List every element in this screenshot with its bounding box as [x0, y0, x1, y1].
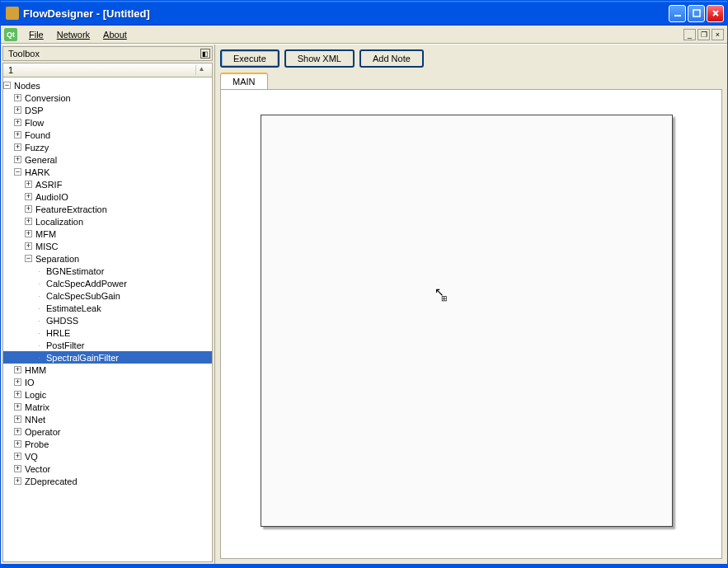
expand-icon[interactable]: + [14, 477, 21, 485]
tree-item-label: Separation [35, 254, 79, 264]
maximize-button[interactable] [688, 5, 705, 22]
expand-icon[interactable]: + [25, 205, 32, 213]
leaf-icon: · [35, 341, 43, 350]
tree-item-hmm[interactable]: +HMM [3, 364, 212, 376]
add-note-button[interactable]: Add Note [359, 49, 424, 68]
toolbox-title: Toolbox [8, 49, 200, 59]
tree-item-dsp[interactable]: +DSP [3, 104, 212, 116]
menu-network[interactable]: Network [50, 28, 96, 41]
toolbox-panel: Toolbox ◧ 1 ▲ −Nodes+Conversion+DSP+Flow… [1, 45, 215, 564]
undock-icon[interactable]: ◧ [200, 49, 210, 59]
expand-icon[interactable]: + [25, 242, 32, 250]
canvas-sheet[interactable]: ↖⊞ [261, 115, 673, 527]
tree-item-label: MFM [35, 229, 56, 239]
mdi-controls: _ ❐ × [683, 29, 724, 40]
tree-item-label: BGNEstimator [46, 266, 104, 276]
close-icon [712, 9, 720, 17]
tree-item-asrif[interactable]: +ASRIF [3, 178, 212, 190]
tree-item-label: Flow [25, 118, 44, 128]
expand-icon[interactable]: + [14, 465, 21, 472]
tree-item-estimateleak[interactable]: ·EstimateLeak [3, 302, 212, 314]
collapse-icon[interactable]: − [14, 168, 21, 176]
menu-file[interactable]: File [22, 28, 50, 41]
expand-icon[interactable]: + [14, 391, 21, 398]
execute-button[interactable]: Execute [220, 49, 279, 68]
expand-icon[interactable]: + [14, 131, 21, 138]
menubar: Qt File Network About _ ❐ × [1, 26, 727, 44]
tree-item-label: GHDSS [46, 316, 78, 326]
collapse-icon[interactable]: − [3, 82, 11, 89]
tree-item-label: Probe [25, 439, 49, 449]
toolbox-header[interactable]: Toolbox ◧ [2, 46, 213, 61]
menu-about[interactable]: About [96, 28, 134, 41]
expand-icon[interactable]: + [25, 193, 32, 200]
tree-item-separation[interactable]: −Separation [3, 252, 212, 265]
expand-icon[interactable]: + [14, 428, 21, 435]
tree-item-featureextraction[interactable]: +FeatureExtraction [3, 203, 212, 215]
collapse-icon[interactable]: − [25, 255, 32, 262]
tree-item-operator[interactable]: +Operator [3, 425, 212, 438]
mdi-minimize-button[interactable]: _ [683, 29, 696, 40]
expand-icon[interactable]: + [14, 453, 21, 460]
expand-icon[interactable]: + [25, 218, 32, 225]
minimize-button[interactable] [669, 5, 686, 22]
leaf-icon: · [35, 304, 43, 312]
window-controls [669, 5, 724, 22]
tree-item-flow[interactable]: +Flow [3, 116, 212, 129]
app-window: FlowDesigner - [Untitled] Qt File Networ… [0, 0, 728, 568]
tree-item-misc[interactable]: +MISC [3, 240, 212, 252]
titlebar[interactable]: FlowDesigner - [Untitled] [1, 1, 727, 26]
tree-item-audioio[interactable]: +AudioIO [3, 190, 212, 203]
tree-item-calcspecaddpower[interactable]: ·CalcSpecAddPower [3, 277, 212, 289]
tree-item-mfm[interactable]: +MFM [3, 228, 212, 240]
expand-icon[interactable]: + [14, 403, 21, 411]
tree-item-found[interactable]: +Found [3, 129, 212, 141]
tree-item-postfilter[interactable]: ·PostFilter [3, 339, 212, 351]
tree-item-hrle[interactable]: ·HRLE [3, 326, 212, 339]
tree-item-spectralgainfilter[interactable]: ·SpectralGainFilter [3, 351, 212, 364]
tree-item-bgnestimator[interactable]: ·BGNEstimator [3, 265, 212, 277]
expand-icon[interactable]: + [14, 378, 21, 386]
tree-item-matrix[interactable]: +Matrix [3, 401, 212, 413]
expand-icon[interactable]: + [14, 366, 21, 373]
expand-icon[interactable]: + [25, 230, 32, 237]
tree-item-fuzzy[interactable]: +Fuzzy [3, 141, 212, 153]
leaf-icon: · [35, 317, 43, 325]
tree-item-label: NNet [25, 415, 45, 425]
expand-icon[interactable]: + [14, 415, 21, 423]
tree-item-hark[interactable]: −HARK [3, 166, 212, 178]
tree-item-label: IO [25, 378, 35, 387]
tree-item-logic[interactable]: +Logic [3, 388, 212, 401]
close-button[interactable] [707, 5, 724, 22]
expand-icon[interactable]: + [14, 94, 21, 101]
tree-item-probe[interactable]: +Probe [3, 438, 212, 450]
tree-item-conversion[interactable]: +Conversion [3, 92, 212, 104]
tree-item-localization[interactable]: +Localization [3, 215, 212, 228]
tree-column-header[interactable]: 1 ▲ [2, 63, 213, 77]
node-tree[interactable]: −Nodes+Conversion+DSP+Flow+Found+Fuzzy+G… [2, 77, 213, 562]
tree-item-nnet[interactable]: +NNet [3, 413, 212, 425]
mdi-restore-button[interactable]: ❐ [697, 29, 710, 40]
canvas[interactable]: ↖⊞ [220, 89, 722, 559]
expand-icon[interactable]: + [25, 181, 32, 188]
leaf-icon: · [35, 329, 43, 337]
expand-icon[interactable]: + [14, 119, 21, 126]
tree-item-vq[interactable]: +VQ [3, 450, 212, 462]
expand-icon[interactable]: + [14, 106, 21, 114]
tree-item-general[interactable]: +General [3, 153, 212, 166]
tab-main[interactable]: MAIN [220, 73, 268, 89]
tree-root-nodes[interactable]: −Nodes [3, 79, 212, 92]
expand-icon[interactable]: + [14, 143, 21, 151]
tree-item-vector[interactable]: +Vector [3, 462, 212, 475]
mdi-close-button[interactable]: × [712, 29, 724, 40]
tree-item-label: CalcSpecSubGain [46, 291, 120, 301]
cursor-icon: ↖⊞ [434, 285, 451, 298]
expand-icon[interactable]: + [14, 440, 21, 448]
show-xml-button[interactable]: Show XML [284, 49, 355, 68]
tree-item-ghdss[interactable]: ·GHDSS [3, 314, 212, 326]
tree-item-calcspecsubgain[interactable]: ·CalcSpecSubGain [3, 289, 212, 302]
expand-icon[interactable]: + [14, 156, 21, 163]
scroll-up-icon[interactable]: ▲ [195, 65, 207, 75]
tree-item-io[interactable]: +IO [3, 376, 212, 388]
tree-item-zdeprecated[interactable]: +ZDeprecated [3, 475, 212, 487]
